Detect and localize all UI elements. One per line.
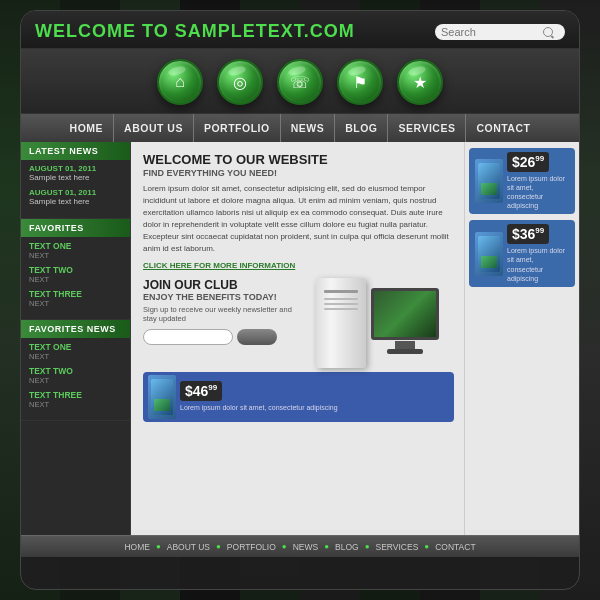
main-content: WELCOME TO OUR WEBSITE FIND EVERYTHING Y… [131,142,464,535]
price-tag-3: $4699 [180,381,222,401]
cents-3: 99 [208,384,217,393]
sidebar-fav-news-title: FAVORITES NEWS [21,320,130,338]
product-desc-2: Lorem ipsum dolor sit amet, consectetur … [507,246,569,282]
nav-menu: HOME ABOUT US PORTFOLIO NEWS BLOG SERVIC… [21,114,579,142]
footer-home[interactable]: HOME [118,542,156,552]
search-icon [543,27,553,37]
product-thumb-2 [475,232,503,276]
product-info-2: $3699 Lorem ipsum dolor sit amet, consec… [507,224,569,282]
nav-services[interactable]: SERVICES [388,114,466,142]
bottom-area: JOIN OUR CLUB ENJOY THE BENEFITS TODAY! … [143,278,454,368]
sidebar-news-group: AUGUST 01, 2011 Sample text here AUGUST … [21,160,130,219]
price-tag-1: $2699 [507,152,549,172]
join-section: JOIN OUR CLUB ENJOY THE BENEFITS TODAY! … [143,278,295,368]
product-thumb-3 [148,375,176,419]
ball-star[interactable]: ★ [397,59,443,105]
monitor [370,288,440,368]
price-3: $46 [185,383,208,399]
sidebar: LATEST NEWS AUGUST 01, 2011 Sample text … [21,142,131,535]
price-2: $36 [512,226,535,242]
monitor-stand [395,341,415,349]
header-title: WELCOME TO SAMPLETEXT.COM [35,21,355,42]
fav-news-sub-2: NEXT [29,376,122,385]
join-title: JOIN OUR CLUB [143,278,295,292]
flag-icon: ⚑ [353,73,367,92]
nav-blog[interactable]: BLOG [335,114,388,142]
ball-home[interactable]: ⌂ [157,59,203,105]
welcome-text: Lorem ipsum dolor sit amet, consectetur … [143,183,454,255]
price-tag-2: $3699 [507,224,549,244]
product-card-2: $3699 Lorem ipsum dolor sit amet, consec… [469,220,575,286]
news-date-2: AUGUST 01, 2011 [29,188,122,197]
sidebar-favorites-title: FAVORITES [21,219,130,237]
nav-home[interactable]: HOME [60,114,115,142]
footer-about[interactable]: ABOUT US [161,542,216,552]
bottom-product-row: $4699 Lorem ipsum dolor sit amet, consec… [143,372,454,422]
sidebar-news-item-1: AUGUST 01, 2011 Sample text here [29,164,122,182]
footer-news[interactable]: NEWS [287,542,325,552]
click-more-link[interactable]: CLICK HERE FOR MORE INFORMATION [143,261,454,270]
product-thumb-inner-2 [478,236,500,272]
sidebar-latest-news-title: LATEST NEWS [21,142,130,160]
fav-news-sub-1: NEXT [29,352,122,361]
ball-target[interactable]: ◎ [217,59,263,105]
product-thumb-inner-3 [151,379,173,415]
sidebar-fav-news-group: TEXT ONE NEXT TEXT TWO NEXT TEXT THREE N… [21,338,130,421]
nav-news[interactable]: NEWS [281,114,336,142]
main-card: WELCOME TO SAMPLETEXT.COM ⌂ ◎ ☏ ⚑ ★ HOME… [20,10,580,590]
search-box[interactable] [435,24,565,40]
footer-portfolio[interactable]: PORTFOLIO [221,542,282,552]
title-prefix: WELCOME TO [35,21,175,41]
cents-2: 99 [535,227,544,236]
phone-icon: ☏ [290,73,310,92]
bottom-product-card: $4699 Lorem ipsum dolor sit amet, consec… [143,372,454,422]
monitor-screen [371,288,439,340]
fav-link-1[interactable]: TEXT ONE [29,241,122,251]
product-info-1: $2699 Lorem ipsum dolor sit amet, consec… [507,152,569,210]
fav-link-3[interactable]: TEXT THREE [29,289,122,299]
join-email-input[interactable] [143,329,233,345]
page-wrapper: WELCOME TO SAMPLETEXT.COM ⌂ ◎ ☏ ⚑ ★ HOME… [0,0,600,600]
search-input[interactable] [441,26,541,38]
fav-sub-1: NEXT [29,251,122,260]
nav-about[interactable]: ABOUT US [114,114,194,142]
footer-blog[interactable]: BLOG [329,542,365,552]
footer-contact[interactable]: CONTACT [429,542,481,552]
fav-news-link-2[interactable]: TEXT TWO [29,366,122,376]
fav-link-2[interactable]: TEXT TWO [29,265,122,275]
ball-phone[interactable]: ☏ [277,59,323,105]
tower [316,278,366,368]
product-thumb-inner-1 [478,163,500,199]
fav-news-link-3[interactable]: TEXT THREE [29,390,122,400]
product-card-1: $2699 Lorem ipsum dolor sit amet, consec… [469,148,575,214]
monitor-base [387,349,423,354]
cents-1: 99 [535,154,544,163]
join-input-row [143,329,295,345]
product-desc-1: Lorem ipsum dolor sit amet, consectetur … [507,174,569,210]
nav-contact[interactable]: CONTACT [466,114,540,142]
product-desc-3: Lorem ipsum dolor sit amet, consectetur … [180,403,449,412]
news-date-1: AUGUST 01, 2011 [29,164,122,173]
welcome-subtitle: FIND EVERYTHING YOU NEED! [143,168,454,178]
title-brand: SAMPLETEXT.COM [175,21,355,41]
target-icon: ◎ [233,73,247,92]
sidebar-news-item-2: AUGUST 01, 2011 Sample text here [29,188,122,206]
content-area: LATEST NEWS AUGUST 01, 2011 Sample text … [21,142,579,535]
welcome-title: WELCOME TO OUR WEBSITE [143,152,454,167]
header: WELCOME TO SAMPLETEXT.COM [21,11,579,49]
news-text-1: Sample text here [29,173,122,182]
join-subtitle: ENJOY THE BENEFITS TODAY! [143,292,295,302]
fav-news-link-1[interactable]: TEXT ONE [29,342,122,352]
price-1: $26 [512,154,535,170]
footer-services[interactable]: SERVICES [369,542,424,552]
join-text: Sign up to receive our weekly newsletter… [143,305,295,323]
ball-flag[interactable]: ⚑ [337,59,383,105]
fav-sub-3: NEXT [29,299,122,308]
sidebar-favorites-group: TEXT ONE NEXT TEXT TWO NEXT TEXT THREE N… [21,237,130,320]
product-info-3: $4699 Lorem ipsum dolor sit amet, consec… [180,381,449,412]
join-submit-button[interactable] [237,329,277,345]
nav-balls: ⌂ ◎ ☏ ⚑ ★ [21,49,579,114]
nav-portfolio[interactable]: PORTFOLIO [194,114,281,142]
home-icon: ⌂ [175,73,185,91]
fav-news-sub-3: NEXT [29,400,122,409]
